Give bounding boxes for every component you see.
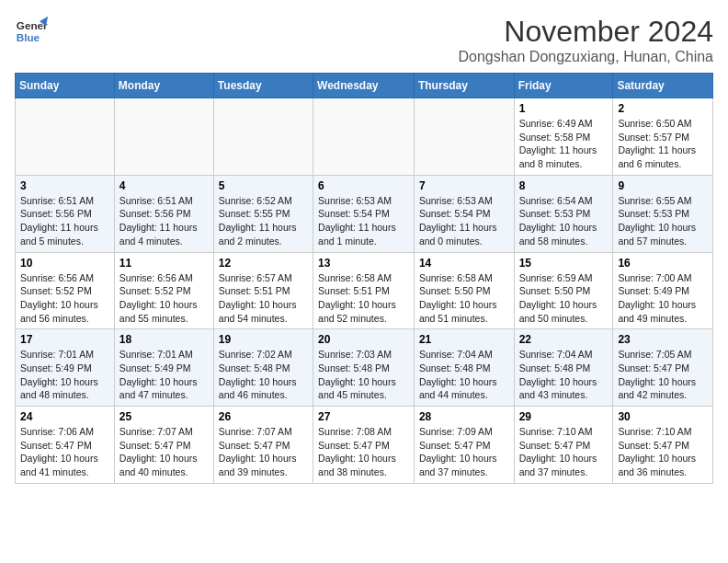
day-info: Sunrise: 6:57 AM Sunset: 5:51 PM Dayligh… <box>219 271 308 326</box>
day-number: 26 <box>219 410 308 423</box>
day-number: 2 <box>618 102 708 115</box>
calendar-day-cell: 28Sunrise: 7:09 AM Sunset: 5:47 PM Dayli… <box>414 407 514 484</box>
title-block: November 2024 Dongshan Dongzuxiang, Huna… <box>458 15 713 65</box>
day-number: 30 <box>618 410 708 423</box>
calendar-day-cell: 12Sunrise: 6:57 AM Sunset: 5:51 PM Dayli… <box>213 252 313 329</box>
calendar-day-cell: 10Sunrise: 6:56 AM Sunset: 5:52 PM Dayli… <box>16 252 115 329</box>
day-number: 7 <box>419 179 509 192</box>
day-info: Sunrise: 7:10 AM Sunset: 5:47 PM Dayligh… <box>519 425 609 479</box>
day-number: 21 <box>419 333 509 346</box>
day-info: Sunrise: 7:06 AM Sunset: 5:47 PM Dayligh… <box>20 425 109 479</box>
calendar-day-cell <box>213 98 313 176</box>
calendar-day-cell <box>414 98 514 176</box>
calendar-day-cell: 2Sunrise: 6:50 AM Sunset: 5:57 PM Daylig… <box>613 98 713 176</box>
calendar-day-cell: 4Sunrise: 6:51 AM Sunset: 5:56 PM Daylig… <box>114 175 213 252</box>
calendar-day-cell: 15Sunrise: 6:59 AM Sunset: 5:50 PM Dayli… <box>514 252 613 329</box>
day-number: 22 <box>519 333 609 346</box>
day-info: Sunrise: 7:01 AM Sunset: 5:49 PM Dayligh… <box>119 348 209 402</box>
weekday-header: Saturday <box>613 74 713 98</box>
logo: General Blue <box>15 15 48 48</box>
day-number: 12 <box>219 257 308 270</box>
day-number: 29 <box>519 410 609 423</box>
day-number: 5 <box>219 179 308 192</box>
day-info: Sunrise: 7:09 AM Sunset: 5:47 PM Dayligh… <box>419 425 509 479</box>
day-info: Sunrise: 6:53 AM Sunset: 5:54 PM Dayligh… <box>318 194 409 248</box>
day-info: Sunrise: 7:00 AM Sunset: 5:49 PM Dayligh… <box>618 271 708 326</box>
day-number: 25 <box>119 410 209 423</box>
day-info: Sunrise: 6:54 AM Sunset: 5:53 PM Dayligh… <box>519 194 609 248</box>
day-info: Sunrise: 7:08 AM Sunset: 5:47 PM Dayligh… <box>318 425 409 479</box>
weekday-header: Wednesday <box>313 74 415 98</box>
calendar-week-row: 10Sunrise: 6:56 AM Sunset: 5:52 PM Dayli… <box>16 252 713 329</box>
calendar-day-cell: 24Sunrise: 7:06 AM Sunset: 5:47 PM Dayli… <box>16 407 115 484</box>
calendar-day-cell: 16Sunrise: 7:00 AM Sunset: 5:49 PM Dayli… <box>613 252 713 329</box>
calendar-day-cell: 11Sunrise: 6:56 AM Sunset: 5:52 PM Dayli… <box>114 252 213 329</box>
month-title: November 2024 <box>458 15 713 49</box>
weekday-header-row: SundayMondayTuesdayWednesdayThursdayFrid… <box>16 74 713 98</box>
weekday-header: Monday <box>114 74 213 98</box>
weekday-header: Tuesday <box>213 74 313 98</box>
calendar-day-cell <box>16 98 115 176</box>
calendar-day-cell <box>114 98 213 176</box>
day-number: 23 <box>618 333 708 346</box>
day-info: Sunrise: 7:07 AM Sunset: 5:47 PM Dayligh… <box>119 425 209 479</box>
svg-text:Blue: Blue <box>17 31 40 43</box>
calendar-day-cell: 17Sunrise: 7:01 AM Sunset: 5:49 PM Dayli… <box>16 329 115 407</box>
calendar-day-cell: 22Sunrise: 7:04 AM Sunset: 5:48 PM Dayli… <box>514 329 613 407</box>
day-info: Sunrise: 6:58 AM Sunset: 5:51 PM Dayligh… <box>318 271 409 326</box>
day-info: Sunrise: 7:04 AM Sunset: 5:48 PM Dayligh… <box>419 348 509 402</box>
day-number: 18 <box>119 333 209 346</box>
day-info: Sunrise: 7:04 AM Sunset: 5:48 PM Dayligh… <box>519 348 609 402</box>
day-number: 24 <box>20 410 109 423</box>
calendar-day-cell: 14Sunrise: 6:58 AM Sunset: 5:50 PM Dayli… <box>414 252 514 329</box>
calendar-day-cell: 23Sunrise: 7:05 AM Sunset: 5:47 PM Dayli… <box>613 329 713 407</box>
calendar-day-cell: 25Sunrise: 7:07 AM Sunset: 5:47 PM Dayli… <box>114 407 213 484</box>
calendar-week-row: 1Sunrise: 6:49 AM Sunset: 5:58 PM Daylig… <box>16 98 713 176</box>
weekday-header: Thursday <box>414 74 514 98</box>
calendar-day-cell: 27Sunrise: 7:08 AM Sunset: 5:47 PM Dayli… <box>313 407 415 484</box>
day-info: Sunrise: 6:50 AM Sunset: 5:57 PM Dayligh… <box>618 117 708 171</box>
calendar: SundayMondayTuesdayWednesdayThursdayFrid… <box>15 73 713 484</box>
day-info: Sunrise: 7:03 AM Sunset: 5:48 PM Dayligh… <box>318 348 409 402</box>
calendar-day-cell: 3Sunrise: 6:51 AM Sunset: 5:56 PM Daylig… <box>16 175 115 252</box>
day-info: Sunrise: 7:05 AM Sunset: 5:47 PM Dayligh… <box>618 348 708 402</box>
day-info: Sunrise: 6:53 AM Sunset: 5:54 PM Dayligh… <box>419 194 509 248</box>
day-number: 10 <box>20 257 109 270</box>
weekday-header: Friday <box>514 74 613 98</box>
day-number: 6 <box>318 179 409 192</box>
location: Dongshan Dongzuxiang, Hunan, China <box>458 49 713 65</box>
calendar-day-cell: 9Sunrise: 6:55 AM Sunset: 5:53 PM Daylig… <box>613 175 713 252</box>
day-info: Sunrise: 6:51 AM Sunset: 5:56 PM Dayligh… <box>20 194 109 248</box>
day-info: Sunrise: 7:02 AM Sunset: 5:48 PM Dayligh… <box>219 348 308 402</box>
calendar-week-row: 24Sunrise: 7:06 AM Sunset: 5:47 PM Dayli… <box>16 407 713 484</box>
day-info: Sunrise: 6:58 AM Sunset: 5:50 PM Dayligh… <box>419 271 509 326</box>
page-header: General Blue November 2024 Dongshan Dong… <box>15 15 713 65</box>
day-info: Sunrise: 6:49 AM Sunset: 5:58 PM Dayligh… <box>519 117 609 171</box>
calendar-day-cell: 6Sunrise: 6:53 AM Sunset: 5:54 PM Daylig… <box>313 175 415 252</box>
calendar-day-cell: 7Sunrise: 6:53 AM Sunset: 5:54 PM Daylig… <box>414 175 514 252</box>
day-number: 1 <box>519 102 609 115</box>
calendar-day-cell: 20Sunrise: 7:03 AM Sunset: 5:48 PM Dayli… <box>313 329 415 407</box>
day-info: Sunrise: 6:56 AM Sunset: 5:52 PM Dayligh… <box>119 271 209 326</box>
calendar-day-cell: 19Sunrise: 7:02 AM Sunset: 5:48 PM Dayli… <box>213 329 313 407</box>
day-info: Sunrise: 7:07 AM Sunset: 5:47 PM Dayligh… <box>219 425 308 479</box>
calendar-day-cell: 13Sunrise: 6:58 AM Sunset: 5:51 PM Dayli… <box>313 252 415 329</box>
calendar-day-cell: 21Sunrise: 7:04 AM Sunset: 5:48 PM Dayli… <box>414 329 514 407</box>
calendar-day-cell: 30Sunrise: 7:10 AM Sunset: 5:47 PM Dayli… <box>613 407 713 484</box>
day-number: 15 <box>519 257 609 270</box>
day-number: 17 <box>20 333 109 346</box>
day-number: 3 <box>20 179 109 192</box>
day-info: Sunrise: 6:51 AM Sunset: 5:56 PM Dayligh… <box>119 194 209 248</box>
day-info: Sunrise: 7:01 AM Sunset: 5:49 PM Dayligh… <box>20 348 109 402</box>
day-info: Sunrise: 6:59 AM Sunset: 5:50 PM Dayligh… <box>519 271 609 326</box>
calendar-day-cell <box>313 98 415 176</box>
calendar-day-cell: 18Sunrise: 7:01 AM Sunset: 5:49 PM Dayli… <box>114 329 213 407</box>
day-number: 28 <box>419 410 509 423</box>
day-number: 11 <box>119 257 209 270</box>
day-info: Sunrise: 6:56 AM Sunset: 5:52 PM Dayligh… <box>20 271 109 326</box>
day-number: 27 <box>318 410 409 423</box>
day-info: Sunrise: 7:10 AM Sunset: 5:47 PM Dayligh… <box>618 425 708 479</box>
day-number: 4 <box>119 179 209 192</box>
day-number: 19 <box>219 333 308 346</box>
day-number: 13 <box>318 257 409 270</box>
